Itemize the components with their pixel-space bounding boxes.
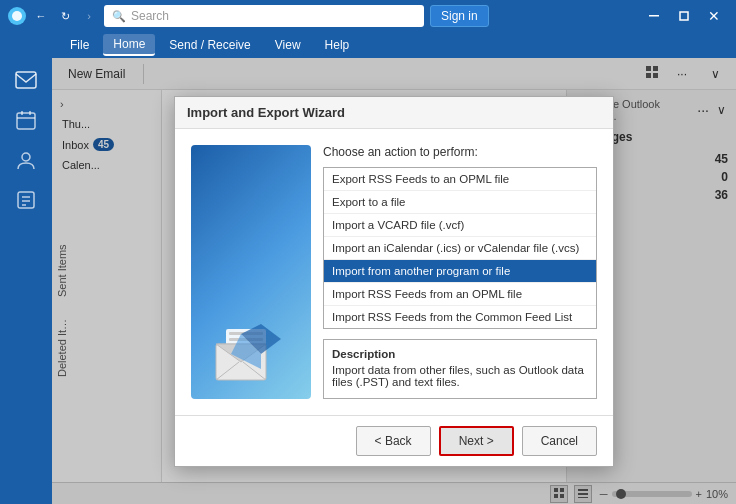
sidebar	[0, 58, 52, 504]
back-button[interactable]: ←	[32, 7, 50, 25]
modal-illustration	[191, 145, 311, 399]
search-icon: 🔍	[112, 10, 126, 23]
next-button[interactable]: Next >	[439, 426, 514, 456]
svg-rect-1	[649, 15, 659, 17]
signin-button[interactable]: Sign in	[430, 5, 489, 27]
action-import-rss-opml[interactable]: Import RSS Feeds from an OPML file	[324, 283, 596, 306]
modal-title: Import and Export Wizard	[187, 105, 345, 120]
menu-view[interactable]: View	[265, 35, 311, 55]
action-import-program[interactable]: Import from another program or file	[324, 260, 596, 283]
svg-rect-2	[680, 12, 688, 20]
menu-help[interactable]: Help	[315, 35, 360, 55]
envelope-illustration	[211, 324, 291, 384]
modal-body: Choose an action to perform: Export RSS …	[175, 129, 613, 415]
app-body: New Email ··· ∨ ›	[0, 58, 736, 504]
modal-overlay: Import and Export Wizard	[52, 58, 736, 504]
sidebar-icon-tasks[interactable]	[8, 182, 44, 218]
sidebar-icon-mail[interactable]	[8, 62, 44, 98]
search-bar[interactable]: 🔍 Search	[104, 5, 424, 27]
svg-point-0	[12, 11, 22, 21]
sidebar-icon-people[interactable]	[8, 142, 44, 178]
close-button[interactable]: ✕	[700, 2, 728, 30]
modal-footer: < Back Next > Cancel	[175, 415, 613, 466]
search-placeholder: Search	[131, 9, 169, 23]
description-text: Import data from other files, such as Ou…	[332, 364, 588, 388]
refresh-button[interactable]: ↻	[56, 7, 74, 25]
action-import-icalendar[interactable]: Import an iCalendar (.ics) or vCalendar …	[324, 237, 596, 260]
svg-rect-4	[17, 113, 35, 129]
description-box: Description Import data from other files…	[323, 339, 597, 399]
svg-rect-3	[16, 72, 36, 88]
action-label: Choose an action to perform:	[323, 145, 597, 159]
sidebar-icon-calendar[interactable]	[8, 102, 44, 138]
description-title: Description	[332, 348, 588, 360]
modal-right: Choose an action to perform: Export RSS …	[323, 145, 597, 399]
menu-home[interactable]: Home	[103, 34, 155, 56]
modal-titlebar: Import and Export Wizard	[175, 97, 613, 129]
menubar: File Home Send / Receive View Help	[0, 32, 736, 58]
svg-point-8	[22, 153, 30, 161]
action-import-vcard[interactable]: Import a VCARD file (.vcf)	[324, 214, 596, 237]
action-list: Export RSS Feeds to an OPML file Export …	[323, 167, 597, 329]
menu-file[interactable]: File	[60, 35, 99, 55]
action-export-file[interactable]: Export to a file	[324, 191, 596, 214]
minimize-button[interactable]	[640, 2, 668, 30]
titlebar: ← ↻ › 🔍 Search Sign in ✕	[0, 0, 736, 32]
forward-button[interactable]: ›	[80, 7, 98, 25]
menu-send-receive[interactable]: Send / Receive	[159, 35, 260, 55]
cancel-button[interactable]: Cancel	[522, 426, 597, 456]
back-button[interactable]: < Back	[356, 426, 431, 456]
app-icon	[8, 7, 26, 25]
import-export-modal: Import and Export Wizard	[174, 96, 614, 467]
content-area: New Email ··· ∨ ›	[52, 58, 736, 504]
action-import-rss-feed[interactable]: Import RSS Feeds from the Common Feed Li…	[324, 306, 596, 328]
window-controls: ✕	[640, 2, 728, 30]
action-export-rss[interactable]: Export RSS Feeds to an OPML file	[324, 168, 596, 191]
maximize-button[interactable]	[670, 2, 698, 30]
